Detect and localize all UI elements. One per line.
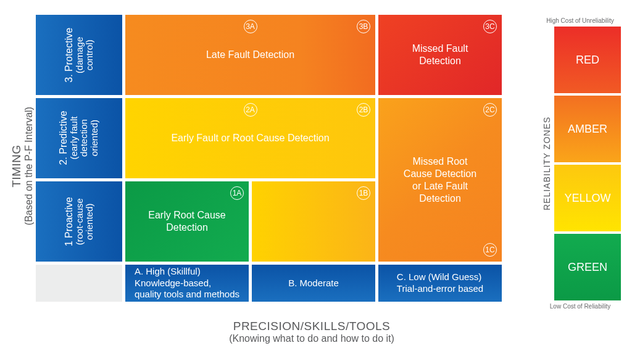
row-2-major: 2. Predictive	[58, 111, 69, 165]
y-axis-subtitle: (Based on the P-F Interval)	[23, 107, 35, 225]
cell-1A: 1A Early Root Cause Detection	[125, 181, 249, 262]
badge-2B: 2B	[357, 103, 370, 117]
swatch-amber: AMBER	[554, 96, 621, 162]
x-axis-subtitle: (Knowing what to do and how to do it)	[123, 333, 500, 344]
badge-1A: 1A	[230, 186, 244, 200]
legend-top-caption: High Cost of Unreliability	[539, 17, 621, 24]
cell-3AB: 3A 3B Late Fault Detection	[125, 15, 375, 95]
row-3-minor: (damage control)	[74, 28, 94, 83]
badge-1C: 1C	[483, 243, 497, 257]
row-header-3: 3. Protective (damage control)	[36, 15, 122, 95]
badge-2A: 2A	[244, 103, 257, 117]
matrix-grid: 3. Protective (damage control) 3A 3B Lat…	[36, 15, 527, 317]
row-2-minor: (early fault detection oriented)	[69, 111, 100, 165]
legend-axis-label: RELIABILITY ZONES	[542, 117, 552, 210]
legend-axis-label-wrap: RELIABILITY ZONES	[539, 27, 554, 300]
swatch-green: GREEN	[554, 234, 621, 300]
row-header-2: 2. Predictive (early fault detection ori…	[36, 98, 122, 178]
cell-3AB-label: Late Fault Detection	[206, 49, 294, 61]
matrix-wrap: TIMING (Based on the P-F Interval) 3. Pr…	[9, 15, 527, 317]
cell-right-label: Missed Root Cause Detection or Late Faul…	[404, 155, 476, 205]
row-1-minor: (root-cause oriented)	[74, 197, 94, 246]
badge-2C: 2C	[483, 103, 497, 117]
x-axis: PRECISION/SKILLS/TOOLS (Knowing what to …	[123, 320, 500, 344]
blank-corner	[36, 265, 122, 302]
col-header-A: A. High (Skillful) Knowledge-based, qual…	[125, 265, 249, 302]
swatch-yellow: YELLOW	[554, 165, 621, 231]
legend: High Cost of Unreliability RELIABILITY Z…	[539, 17, 621, 310]
legend-bottom-caption: Low Cost of Reliability	[539, 303, 621, 310]
col-header-B: B. Moderate	[252, 265, 375, 302]
cell-2AB: 2A 2B Early Fault or Root Cause Detectio…	[125, 98, 375, 178]
cell-3C-label: Missed Fault Detection	[412, 43, 468, 67]
badge-1B: 1B	[357, 186, 370, 200]
x-axis-title: PRECISION/SKILLS/TOOLS	[123, 320, 500, 333]
cell-2AB-label: Early Fault or Root Cause Detection	[171, 132, 329, 144]
row-3-major: 3. Protective	[64, 28, 75, 83]
row-1-major: 1 Proactive	[64, 197, 75, 246]
cell-1B: 1B	[252, 181, 375, 262]
legend-swatches: RED AMBER YELLOW GREEN	[554, 27, 621, 300]
y-axis: TIMING (Based on the P-F Interval)	[9, 15, 36, 317]
badge-3A: 3A	[244, 20, 257, 33]
y-axis-title: TIMING	[10, 107, 23, 225]
cell-3C: 3C Missed Fault Detection	[378, 15, 502, 95]
col-header-C: C. Low (Wild Guess) Trial-and-error base…	[378, 265, 502, 302]
cell-1A-label: Early Root Cause Detection	[148, 209, 225, 234]
badge-3B: 3B	[357, 20, 370, 33]
badge-3C: 3C	[483, 20, 497, 33]
cell-2C-1C: 2C 1C Missed Root Cause Detection or Lat…	[378, 98, 502, 262]
row-header-1: 1 Proactive (root-cause oriented)	[36, 181, 122, 262]
swatch-red: RED	[554, 27, 621, 93]
